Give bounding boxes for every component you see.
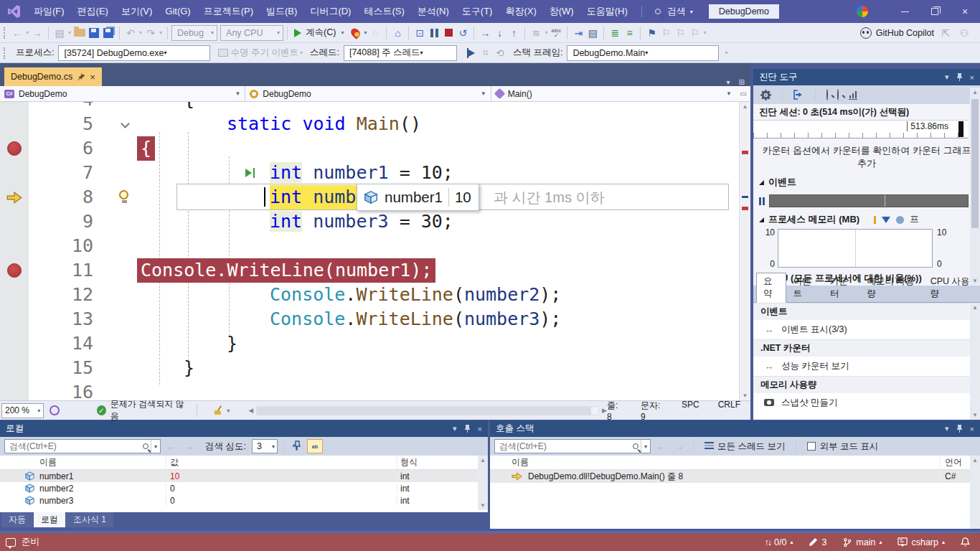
scroll-up-icon[interactable]: ▲ [970, 304, 980, 311]
scroll-down-icon[interactable]: ▼ [478, 502, 488, 509]
close-icon[interactable]: × [478, 425, 482, 433]
summary-link[interactable]: 스냅샷 만들기 [753, 393, 970, 413]
menu-item-9[interactable]: 도구(T) [456, 0, 499, 23]
break-all-icon[interactable] [427, 24, 441, 42]
fold-margin-cell[interactable] [112, 307, 141, 331]
restart-icon[interactable]: ↺ [456, 24, 470, 42]
search-forward-icon[interactable]: → [672, 441, 687, 452]
summary-link[interactable]: ↔이벤트 표시(3/3) [753, 320, 970, 339]
scroll-down-icon[interactable]: ▼ [740, 392, 750, 399]
open-folder-icon[interactable] [72, 24, 87, 42]
save-icon[interactable] [87, 24, 101, 42]
scrollbar-thumb[interactable] [971, 99, 979, 228]
show-external-code-button[interactable]: 외부 코드 표시 [803, 441, 882, 453]
code-text[interactable]: { [141, 102, 750, 112]
share-icon[interactable]: ⇱ [938, 24, 953, 42]
datatip-value[interactable]: 10 [455, 189, 471, 206]
events-bar[interactable] [769, 194, 969, 207]
feedback-button[interactable]: 준비 [6, 536, 39, 548]
datatip-popup[interactable]: number1 10 [357, 184, 479, 211]
diag-tab-카운터[interactable]: 카운터 [824, 273, 861, 302]
stack-frame-combo[interactable]: DebugDemo.Main▾ [567, 45, 719, 61]
code-line-4[interactable]: 4{ [0, 102, 750, 112]
chevron-down-icon[interactable]: ▾ [543, 29, 549, 36]
find-in-files-icon[interactable]: ⌂ [390, 24, 405, 42]
code-line-15[interactable]: 15} [0, 356, 750, 380]
scrollbar-thumb[interactable] [257, 407, 591, 415]
locals-row-number2[interactable]: number20int [0, 482, 488, 494]
nav-member-combo[interactable]: Main() ▼ [491, 86, 736, 101]
chevron-down-icon[interactable]: ▾ [362, 29, 368, 36]
close-icon[interactable]: × [90, 72, 95, 83]
menu-item-4[interactable]: 프로젝트(P) [197, 0, 260, 23]
code-text[interactable]: } [141, 331, 750, 356]
diag-tab-요약[interactable]: 요약 [756, 273, 786, 303]
locals-value-cell[interactable]: 0 [166, 484, 397, 494]
code-text[interactable]: Console.WriteLine(number1); [141, 258, 750, 283]
timeline-ruler[interactable]: 513.86ms [753, 120, 969, 138]
glyph-cell[interactable] [0, 136, 29, 161]
breakpoint-icon[interactable] [7, 263, 22, 278]
close-icon[interactable]: × [970, 425, 974, 433]
glyph-cell[interactable] [0, 307, 29, 331]
flag-threads-icon[interactable] [464, 44, 479, 62]
breakpoint-icon[interactable] [7, 141, 22, 156]
next-bookmark-icon[interactable]: ⚐ [673, 24, 687, 42]
pin-properties-icon[interactable] [291, 440, 304, 453]
toolbar-overflow-icon[interactable]: ▾ [723, 50, 729, 56]
menu-item-10[interactable]: 확장(X) [499, 0, 542, 23]
chevron-down-icon[interactable]: ▾ [225, 408, 231, 414]
scroll-down-icon[interactable]: ▼ [970, 278, 980, 284]
continue-button[interactable]: 계속(C) ▾ [291, 27, 348, 39]
spell-check-icon[interactable]: abc✓ [549, 24, 563, 42]
search-depth-combo[interactable]: 3▾ [252, 439, 278, 453]
code-line-9[interactable]: 9int number3 = 30; [0, 209, 750, 234]
settings-gear-icon[interactable] [760, 90, 771, 100]
tab-strip-settings-icon[interactable]: ⊞ [739, 78, 745, 86]
code-text[interactable]: static void Main() [141, 112, 750, 136]
glyph-cell[interactable] [0, 331, 29, 356]
scroll-down-icon[interactable]: ▼ [970, 412, 980, 418]
notifications-bell-icon[interactable] [961, 537, 970, 547]
chevron-down-icon[interactable]: ▾ [151, 440, 160, 453]
stop-debugging-icon[interactable] [441, 24, 456, 42]
zoom-in-icon[interactable] [826, 90, 830, 100]
glyph-cell[interactable] [0, 356, 29, 380]
view-all-threads-button[interactable]: 모든 스레드 보기 [700, 441, 789, 453]
events-section-header[interactable]: 이벤트 [753, 174, 980, 190]
health-indicator[interactable]: ✓ 문제가 검색되지 않음 [97, 398, 188, 423]
code-line-6[interactable]: 6{ [0, 136, 750, 161]
code-cleanup-icon[interactable] [213, 405, 222, 415]
titlebar-search[interactable]: 검색 ▾ [649, 5, 699, 18]
diag-tab-메모리 사용량[interactable]: 메모리 사용량 [861, 273, 924, 302]
scroll-up-icon[interactable]: ▲ [970, 457, 980, 463]
pin-icon[interactable] [77, 73, 85, 80]
code-line-5[interactable]: 5static void Main() [0, 112, 750, 136]
code-text[interactable]: int number1 = 10; [141, 161, 750, 185]
tab-list-chevron-icon[interactable]: ▾ [727, 78, 730, 86]
new-project-icon[interactable]: ▤ [52, 24, 67, 42]
memory-section-header[interactable]: 프로세스 메모리 (MB) 프 [753, 212, 980, 227]
apply-code-changes-icon[interactable]: ◌ [368, 24, 382, 42]
memory-chart[interactable]: 10 0 10 0 [753, 229, 980, 268]
menu-item-7[interactable]: 테스트(S) [357, 0, 410, 23]
person-icon[interactable]: ⚇ [957, 24, 971, 42]
zoom-level-combo[interactable]: 200 %▾ [1, 403, 44, 418]
code-text[interactable]: } [141, 356, 750, 380]
search-back-icon[interactable]: ← [654, 441, 669, 452]
bottom-tab-자동[interactable]: 자동 [1, 512, 33, 527]
diag-tab-이벤트[interactable]: 이벤트 [786, 273, 824, 302]
scroll-left-icon[interactable]: ◀ [248, 407, 253, 414]
format-outdent-icon[interactable]: ≡ [622, 24, 636, 42]
fold-margin-cell[interactable] [112, 112, 141, 136]
locals-scrollbar[interactable]: ▲ ▼ [478, 456, 488, 510]
reset-chart-icon[interactable] [848, 90, 858, 100]
fold-margin-cell[interactable] [112, 102, 141, 112]
glyph-cell[interactable] [0, 258, 29, 283]
chevron-down-icon[interactable]: ▾ [641, 440, 650, 453]
code-text[interactable]: int number3 = 30; [141, 209, 750, 234]
locals-search-box[interactable]: ▾ [4, 439, 161, 453]
fold-margin-cell[interactable] [112, 161, 141, 185]
perf-tip[interactable]: 과 시간 1ms 이하 [494, 188, 604, 207]
repository-button[interactable]: csharp ▴ [897, 537, 945, 547]
